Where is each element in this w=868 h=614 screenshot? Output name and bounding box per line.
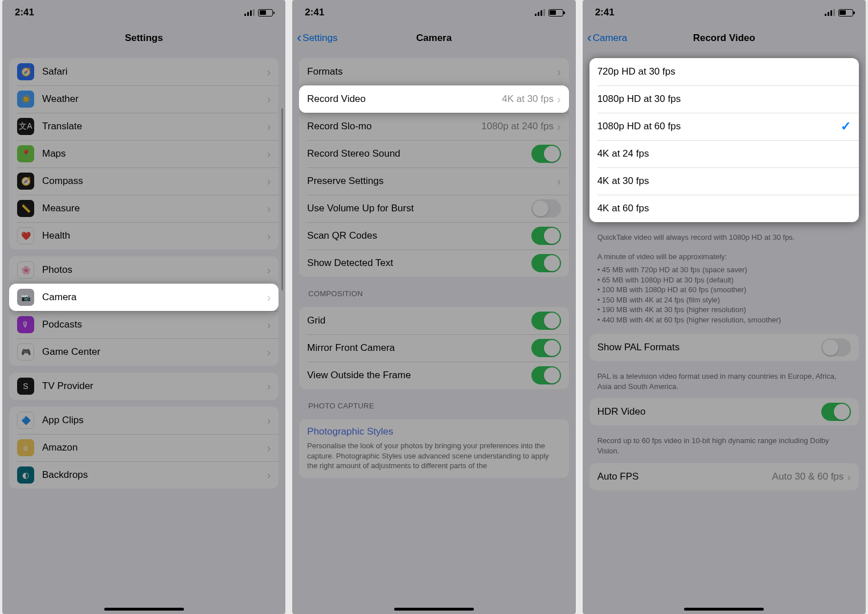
home-indicator [104,608,184,611]
photographic-styles-footer: Personalise the look of your photos by b… [299,439,568,478]
back-label: Camera [593,32,627,44]
camera-row-record-slo-mo[interactable]: Record Slo-mo1080p at 240 fps› [299,113,568,140]
signal-icon [244,9,255,16]
camera-row-mirror-front-camera[interactable]: Mirror Front Camera [299,334,568,362]
toggle[interactable] [531,199,561,218]
camera-row-show-detected-text[interactable]: Show Detected Text [299,249,568,277]
toggle[interactable] [531,366,561,384]
row-detail: Auto 30 & 60 fps [772,471,844,482]
toggle[interactable] [531,312,561,330]
row-label: View Outside the Frame [307,370,531,381]
row-label: Podcasts [42,319,267,330]
settings-row-podcasts[interactable]: 🎙Podcasts› [9,311,279,338]
chevron-right-icon: › [267,442,271,453]
toggle[interactable] [821,403,851,421]
camera-row-view-outside-the-frame[interactable]: View Outside the Frame [299,362,568,389]
gamecenter-icon: 🎮 [17,343,34,361]
signal-icon [535,9,545,16]
camera-row-use-volume-up-for-burst[interactable]: Use Volume Up for Burst [299,195,568,222]
toggle[interactable] [531,339,561,357]
chevron-right-icon: › [847,471,851,482]
settings-row-photos[interactable]: 🌸Photos› [9,256,279,284]
back-label: Settings [302,32,337,44]
filesize-bullet: • 45 MB with 720p HD at 30 fps (space sa… [597,265,851,275]
row-label: 720p HD at 30 fps [597,66,851,77]
chevron-right-icon: › [267,319,271,330]
page-title: Record Video [693,32,755,44]
row-label: Mirror Front Camera [307,342,531,354]
toggle[interactable] [821,338,851,357]
settings-row-compass[interactable]: 🧭Compass› [9,167,279,195]
row-label: Scan QR Codes [307,230,531,241]
chevron-right-icon: › [267,469,271,481]
home-indicator [684,608,764,611]
row-label: Record Video [307,93,502,105]
record-option-4k-at-24-fps[interactable]: 4K at 24 fps [589,140,859,167]
back-button[interactable]: ‹ Settings [297,25,337,51]
row-detail: 1080p at 240 fps [481,121,554,132]
record-option-1080p-hd-at-60-fps[interactable]: 1080p HD at 60 fps✓ [589,113,859,140]
safari-icon: 🧭 [17,63,34,80]
chevron-right-icon: › [267,175,271,187]
pal-footer: PAL is a television video format used in… [583,368,866,391]
tvprovider-icon: S [17,378,34,395]
record-option-720p-hd-at-30-fps[interactable]: 720p HD at 30 fps [589,58,859,85]
nav-header: ‹ Camera Record Video [583,25,866,51]
chevron-right-icon: › [267,148,271,159]
hdr-video-row[interactable]: HDR Video [589,398,859,425]
record-option-4k-at-60-fps[interactable]: 4K at 60 fps [589,195,859,222]
settings-row-backdrops[interactable]: ◐Backdrops› [9,461,279,489]
row-label: Use Volume Up for Burst [307,203,531,214]
row-label: Show PAL Formats [597,342,821,353]
camera-row-preserve-settings[interactable]: Preserve Settings› [299,167,568,195]
settings-row-measure[interactable]: 📏Measure› [9,195,279,222]
settings-row-weather[interactable]: ☀️Weather› [9,85,279,113]
record-option-4k-at-30-fps[interactable]: 4K at 30 fps [589,167,859,195]
settings-row-game-center[interactable]: 🎮Game Center› [9,338,279,366]
podcasts-icon: 🎙 [17,316,34,333]
camera-group-2: GridMirror Front CameraView Outside the … [299,307,568,389]
settings-row-app-clips[interactable]: 🔷App Clips› [9,407,279,434]
row-label: Safari [42,66,267,77]
settings-row-safari[interactable]: 🧭Safari› [9,58,279,85]
settings-row-camera[interactable]: 📷Camera› [9,284,279,311]
settings-row-translate[interactable]: 文ATranslate› [9,113,279,140]
settings-row-tv-provider[interactable]: STV Provider› [9,373,279,400]
row-label: 1080p HD at 30 fps [597,93,851,105]
show-pal-formats-row[interactable]: Show PAL Formats [589,334,859,361]
filesize-bullet: • 190 MB with 4K at 30 fps (higher resol… [597,305,851,315]
pal-group: Show PAL Formats [589,334,859,361]
signal-icon [825,9,835,16]
row-label: Record Stereo Sound [307,148,531,159]
row-label: Auto FPS [597,471,772,482]
row-label: HDR Video [597,406,821,417]
row-label: Translate [42,121,267,132]
camera-row-formats[interactable]: Formats› [299,58,568,85]
record-option-1080p-hd-at-30-fps[interactable]: 1080p HD at 30 fps [589,85,859,113]
settings-group-4: 🔷App Clips›aAmazon›◐Backdrops› [9,407,279,489]
auto-fps-row[interactable]: Auto FPS Auto 30 & 60 fps › [589,463,859,490]
chevron-right-icon: › [267,415,271,426]
camera-row-record-video[interactable]: Record Video4K at 30 fps› [299,85,568,113]
hdr-group: HDR Video [589,398,859,425]
toggle[interactable] [531,145,561,163]
amazon-icon: a [17,439,34,456]
camera-row-record-stereo-sound[interactable]: Record Stereo Sound [299,140,568,167]
settings-row-health[interactable]: ❤️Health› [9,222,279,249]
photographic-styles-link[interactable]: Photographic Styles [299,419,568,439]
back-button[interactable]: ‹ Camera [587,25,627,51]
filesize-bullet: • 100 MB with 1080p HD at 60 fps (smooth… [597,285,851,295]
settings-group-3: STV Provider› [9,373,279,400]
status-bar: 2:41 [292,0,575,25]
filesize-footer-intro: A minute of video will be approximately: [583,248,866,262]
settings-row-amazon[interactable]: aAmazon› [9,434,279,461]
record-video-content: 720p HD at 30 fps1080p HD at 30 fps1080p… [583,51,866,614]
toggle[interactable] [531,254,561,272]
toggle[interactable] [531,227,561,245]
settings-group-2: 🌸Photos›📷Camera›🎙Podcasts›🎮Game Center› [9,256,279,366]
row-label: App Clips [42,415,267,426]
settings-row-maps[interactable]: 📍Maps› [9,140,279,167]
camera-row-scan-qr-codes[interactable]: Scan QR Codes [299,222,568,249]
camera-row-grid[interactable]: Grid [299,307,568,334]
filesize-bullet: • 65 MB with 1080p HD at 30 fps (default… [597,275,851,285]
